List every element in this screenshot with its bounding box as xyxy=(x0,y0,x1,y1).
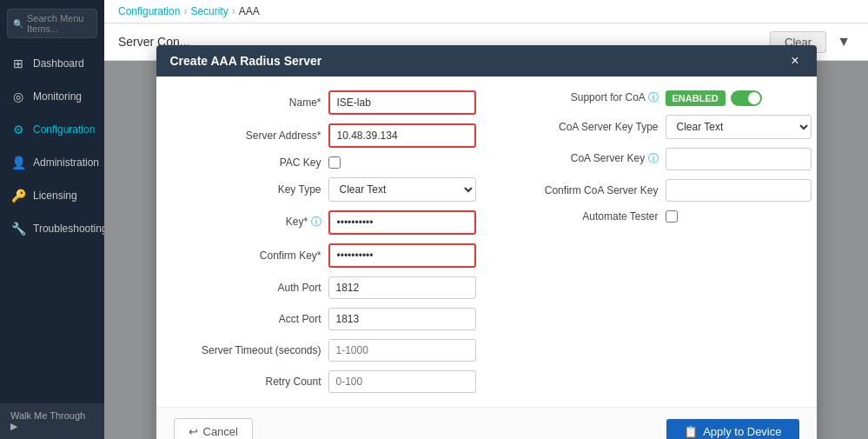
coa-server-key-type-select[interactable]: Clear Text Encrypted xyxy=(666,115,812,139)
dashboard-icon: ⊞ xyxy=(10,56,26,71)
support-coa-info-icon[interactable]: ⓘ xyxy=(648,91,659,103)
main-content: Configuration › Security › AAA Server Co… xyxy=(104,0,868,439)
sidebar-item-troubleshooting[interactable]: 🔧 Troubleshooting xyxy=(0,212,104,245)
server-timeout-label: Server Timeout (seconds) xyxy=(174,344,321,356)
licensing-icon: 🔑 xyxy=(10,188,26,203)
modal-header: Create AAA Radius Server × xyxy=(156,45,817,76)
automate-tester-checkbox[interactable] xyxy=(666,210,678,223)
sidebar: 🔍 Search Menu Items... ⊞ Dashboard ◎ Mon… xyxy=(0,0,104,439)
retry-count-row: Retry Count xyxy=(174,370,476,393)
confirm-coa-server-key-label: Confirm CoA Server Key xyxy=(511,184,659,196)
coa-server-key-input[interactable] xyxy=(666,148,812,170)
confirm-key-row: Confirm Key* xyxy=(174,243,476,268)
coa-server-key-label: CoA Server Key ⓘ xyxy=(511,151,659,166)
sidebar-item-dashboard[interactable]: ⊞ Dashboard xyxy=(0,47,104,80)
coa-server-key-type-row: CoA Server Key Type Clear Text Encrypted xyxy=(511,115,812,139)
breadcrumb-sep-1: › xyxy=(183,5,187,17)
breadcrumb-security[interactable]: Security xyxy=(190,5,228,17)
form-right: Support for CoA ⓘ ENABLED CoA Server Key… xyxy=(511,90,812,393)
sidebar-item-licensing[interactable]: 🔑 Licensing xyxy=(0,179,104,212)
name-row: Name* xyxy=(174,90,476,115)
key-row: Key* ⓘ xyxy=(174,210,476,235)
pac-key-checkbox[interactable] xyxy=(328,156,341,169)
key-type-label: Key Type xyxy=(174,183,321,196)
support-coa-label: Support for CoA ⓘ xyxy=(511,90,659,105)
modal-footer: ↩ Cancel 📋 Apply to Device xyxy=(156,407,817,440)
support-coa-row: Support for CoA ⓘ ENABLED xyxy=(511,90,812,106)
search-placeholder: Search Menu Items... xyxy=(27,13,91,34)
acct-port-label: Acct Port xyxy=(174,313,321,325)
breadcrumb: Configuration › Security › AAA xyxy=(104,0,868,23)
breadcrumb-configuration[interactable]: Configuration xyxy=(118,5,180,17)
server-address-row: Server Address* xyxy=(174,123,476,148)
auth-port-input[interactable] xyxy=(328,276,476,299)
troubleshooting-icon: 🔧 xyxy=(10,221,26,236)
toggle-switch[interactable] xyxy=(731,90,762,106)
cancel-icon: ↩ xyxy=(189,425,198,438)
modal-title: Create AAA Radius Server xyxy=(170,54,322,68)
sidebar-item-label: Monitoring xyxy=(33,90,82,103)
sidebar-item-configuration[interactable]: ⚙ Configuration xyxy=(0,113,104,146)
sidebar-item-label: Dashboard xyxy=(33,57,84,70)
apply-label: Apply to Device xyxy=(703,425,781,438)
walk-me-label: Walk Me Through ▶ xyxy=(10,410,94,432)
key-input[interactable] xyxy=(328,210,476,235)
acct-port-input[interactable] xyxy=(328,308,476,330)
server-address-label: Server Address* xyxy=(174,130,321,142)
retry-count-label: Retry Count xyxy=(174,376,321,388)
key-label: Key* ⓘ xyxy=(174,215,321,229)
apply-icon: 📋 xyxy=(684,425,698,438)
sidebar-item-label: Administration xyxy=(33,156,99,169)
pac-key-label: PAC Key xyxy=(174,156,321,169)
sidebar-item-label: Troubleshooting xyxy=(33,223,108,235)
confirm-coa-server-key-input[interactable] xyxy=(666,179,812,202)
modal-close-button[interactable]: × xyxy=(787,54,802,68)
auth-port-row: Auth Port xyxy=(174,276,476,299)
breadcrumb-sep-2: › xyxy=(232,5,235,17)
search-box[interactable]: 🔍 Search Menu Items... xyxy=(7,9,97,38)
coa-server-key-type-label: CoA Server Key Type xyxy=(511,121,659,133)
search-icon: 🔍 xyxy=(13,19,23,29)
server-timeout-row: Server Timeout (seconds) xyxy=(174,339,476,362)
coa-server-key-row: CoA Server Key ⓘ xyxy=(511,148,812,170)
modal-overlay: Create AAA Radius Server × Name* Server … xyxy=(104,61,868,439)
confirm-key-input[interactable] xyxy=(328,243,476,268)
confirm-coa-server-key-row: Confirm CoA Server Key xyxy=(511,179,812,202)
content-area: No items to display Create AAA Radius Se… xyxy=(104,61,868,439)
filter-icon[interactable]: ▼ xyxy=(833,30,854,53)
retry-count-input[interactable] xyxy=(328,370,476,393)
apply-to-device-button[interactable]: 📋 Apply to Device xyxy=(666,419,798,440)
support-coa-toggle[interactable]: ENABLED xyxy=(666,90,762,106)
server-timeout-input[interactable] xyxy=(328,339,476,362)
configuration-icon: ⚙ xyxy=(10,122,26,137)
sidebar-item-administration[interactable]: 👤 Administration xyxy=(0,146,104,179)
create-radius-server-modal: Create AAA Radius Server × Name* Server … xyxy=(156,45,817,440)
sidebar-item-label: Configuration xyxy=(33,123,95,136)
name-label: Name* xyxy=(174,96,321,109)
breadcrumb-aaa: AAA xyxy=(239,5,260,17)
sidebar-item-monitoring[interactable]: ◎ Monitoring xyxy=(0,80,104,113)
server-address-input[interactable] xyxy=(328,123,476,148)
name-input[interactable] xyxy=(328,90,476,115)
coa-server-key-info-icon[interactable]: ⓘ xyxy=(648,152,659,164)
modal-body: Name* Server Address* PAC Key Ke xyxy=(156,76,817,407)
acct-port-row: Acct Port xyxy=(174,308,476,330)
key-type-row: Key Type Clear Text Encrypted xyxy=(174,177,476,202)
automate-tester-label: Automate Tester xyxy=(511,210,659,223)
key-type-select[interactable]: Clear Text Encrypted xyxy=(328,177,476,202)
pac-key-row: PAC Key xyxy=(174,156,476,169)
enabled-label: ENABLED xyxy=(666,90,726,106)
auth-port-label: Auth Port xyxy=(174,282,321,294)
cancel-button[interactable]: ↩ Cancel xyxy=(174,418,253,440)
confirm-key-label: Confirm Key* xyxy=(174,249,321,262)
cancel-label: Cancel xyxy=(203,425,238,438)
automate-tester-row: Automate Tester xyxy=(511,210,812,223)
administration-icon: 👤 xyxy=(10,155,26,170)
monitoring-icon: ◎ xyxy=(10,89,26,104)
sidebar-item-label: Licensing xyxy=(33,190,77,202)
form-left: Name* Server Address* PAC Key Ke xyxy=(174,90,476,393)
walk-me-through[interactable]: Walk Me Through ▶ xyxy=(0,403,104,439)
key-info-icon[interactable]: ⓘ xyxy=(311,216,321,228)
